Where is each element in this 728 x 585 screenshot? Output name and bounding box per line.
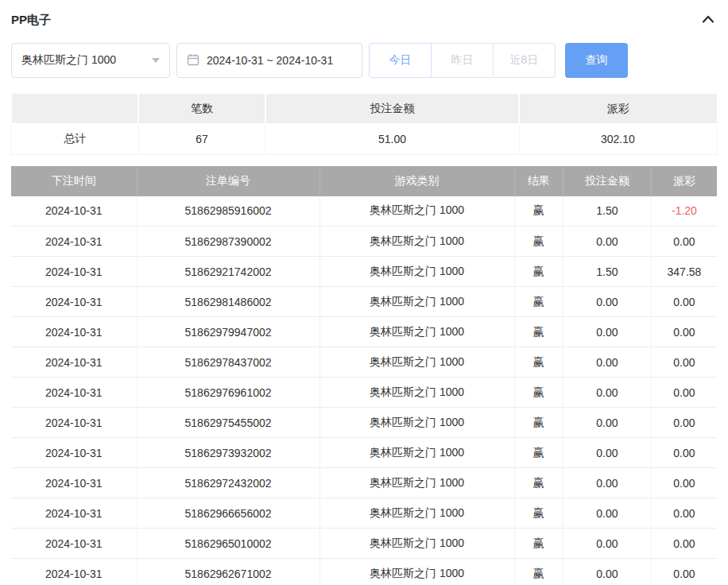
- detail-header-result: 结果: [514, 166, 563, 196]
- cell-order-no: 51862987390002: [137, 227, 319, 257]
- cell-bet-amount: 0.00: [563, 438, 651, 468]
- cell-bet-time: 2024-10-31: [11, 468, 137, 498]
- cell-bet-amount: 0.00: [563, 408, 651, 438]
- detail-header-payout: 派彩: [651, 166, 717, 196]
- cell-result: 赢: [514, 257, 563, 287]
- detail-table-body: 2024-10-31 51862985916002 奥林匹斯之门 1000 赢 …: [11, 196, 717, 585]
- cell-payout: 347.58: [651, 257, 717, 287]
- cell-result: 赢: [514, 347, 563, 378]
- quick-btn-yesterday[interactable]: 昨日: [431, 43, 494, 78]
- cell-result: 赢: [514, 529, 563, 559]
- cell-bet-time: 2024-10-31: [11, 317, 137, 347]
- detail-header-bet-time: 下注时间: [11, 166, 137, 196]
- cell-order-no: 51862978437002: [137, 347, 319, 378]
- summary-header-empty: [12, 94, 139, 124]
- query-button[interactable]: 查询: [565, 43, 628, 78]
- cell-payout: 0.00: [651, 468, 717, 498]
- cell-game-category: 奥林匹斯之门 1000: [319, 468, 514, 498]
- table-row: 2024-10-31 51862987390002 奥林匹斯之门 1000 赢 …: [11, 227, 717, 257]
- table-row: 2024-10-31 51862985916002 奥林匹斯之门 1000 赢 …: [11, 196, 717, 227]
- detail-table: 下注时间 注单编号 游戏类别 结果 投注金额 派彩 2024-10-31 518…: [11, 166, 717, 585]
- cell-result: 赢: [514, 227, 563, 257]
- summary-header-payout: 派彩: [519, 94, 716, 124]
- cell-bet-time: 2024-10-31: [11, 378, 137, 408]
- cell-payout: 0.00: [651, 227, 717, 257]
- cell-bet-amount: 1.50: [563, 257, 651, 287]
- calendar-icon: [187, 53, 199, 68]
- cell-game-category: 奥林匹斯之门 1000: [319, 317, 514, 347]
- cell-game-category: 奥林匹斯之门 1000: [319, 347, 514, 378]
- filter-bar: 奥林匹斯之门 1000 2024-10-31 ~ 2024-10-31 今日 昨…: [11, 43, 717, 78]
- cell-bet-time: 2024-10-31: [11, 227, 137, 257]
- cell-bet-time: 2024-10-31: [11, 408, 137, 438]
- cell-game-category: 奥林匹斯之门 1000: [319, 408, 514, 438]
- summary-total-label: 总计: [12, 124, 139, 154]
- cell-bet-amount: 0.00: [563, 317, 651, 347]
- cell-result: 赢: [514, 196, 563, 227]
- cell-game-category: 奥林匹斯之门 1000: [319, 257, 514, 287]
- table-row: 2024-10-31 51862972432002 奥林匹斯之门 1000 赢 …: [11, 468, 717, 498]
- cell-bet-amount: 0.00: [563, 378, 651, 408]
- summary-total-count: 67: [138, 124, 265, 154]
- cell-bet-time: 2024-10-31: [11, 196, 137, 227]
- detail-header-row: 下注时间 注单编号 游戏类别 结果 投注金额 派彩: [11, 166, 717, 196]
- cell-payout: 0.00: [651, 438, 717, 468]
- collapse-button[interactable]: [699, 12, 717, 29]
- cell-bet-time: 2024-10-31: [11, 257, 137, 287]
- detail-header-bet-amount: 投注金额: [563, 166, 651, 196]
- cell-order-no: 51862979947002: [137, 317, 319, 347]
- table-row: 2024-10-31 51862981486002 奥林匹斯之门 1000 赢 …: [11, 287, 717, 317]
- cell-payout: 0.00: [651, 287, 717, 317]
- cell-bet-time: 2024-10-31: [11, 347, 137, 378]
- date-range-value: 2024-10-31 ~ 2024-10-31: [207, 54, 333, 67]
- cell-payout: 0.00: [651, 347, 717, 378]
- cell-result: 赢: [514, 317, 563, 347]
- cell-payout: 0.00: [651, 408, 717, 438]
- cell-bet-amount: 0.00: [563, 559, 651, 585]
- table-row: 2024-10-31 51862965010002 奥林匹斯之门 1000 赢 …: [11, 529, 717, 559]
- cell-bet-amount: 0.00: [563, 287, 651, 317]
- date-range-picker[interactable]: 2024-10-31 ~ 2024-10-31: [176, 43, 362, 78]
- table-row: 2024-10-31 51862973932002 奥林匹斯之门 1000 赢 …: [11, 438, 717, 468]
- report-panel: PP电子 奥林匹斯之门 1000 2024-10-31 ~: [0, 0, 728, 585]
- game-select[interactable]: 奥林匹斯之门 1000: [11, 43, 170, 78]
- cell-payout: 0.00: [651, 378, 717, 408]
- summary-total-payout: 302.10: [519, 124, 716, 154]
- cell-order-no: 51862962671002: [137, 559, 319, 585]
- cell-order-no: 51862975455002: [137, 408, 319, 438]
- cell-bet-time: 2024-10-31: [11, 498, 137, 529]
- cell-result: 赢: [514, 378, 563, 408]
- cell-result: 赢: [514, 287, 563, 317]
- cell-result: 赢: [514, 498, 563, 529]
- quick-btn-today[interactable]: 今日: [369, 43, 432, 78]
- summary-total-bet-amount: 51.00: [265, 124, 519, 154]
- cell-result: 赢: [514, 438, 563, 468]
- table-row: 2024-10-31 51862975455002 奥林匹斯之门 1000 赢 …: [11, 408, 717, 438]
- cell-game-category: 奥林匹斯之门 1000: [319, 196, 514, 227]
- cell-bet-amount: 0.00: [563, 227, 651, 257]
- cell-bet-amount: 0.00: [563, 498, 651, 529]
- page-title: PP电子: [11, 13, 51, 28]
- table-row: 2024-10-31 51862979947002 奥林匹斯之门 1000 赢 …: [11, 317, 717, 347]
- cell-result: 赢: [514, 559, 563, 585]
- cell-payout: 0.00: [651, 498, 717, 529]
- cell-bet-amount: 0.00: [563, 347, 651, 378]
- cell-result: 赢: [514, 468, 563, 498]
- game-select-value: 奥林匹斯之门 1000: [21, 53, 116, 68]
- table-row: 2024-10-31 51862962671002 奥林匹斯之门 1000 赢 …: [11, 559, 717, 585]
- summary-total-row: 总计 67 51.00 302.10: [12, 124, 717, 154]
- cell-order-no: 51862972432002: [137, 468, 319, 498]
- quick-range-group: 今日 昨日 近8日: [369, 43, 556, 78]
- cell-bet-time: 2024-10-31: [11, 529, 137, 559]
- cell-bet-time: 2024-10-31: [11, 287, 137, 317]
- summary-header-bet-amount: 投注金额: [265, 94, 519, 124]
- detail-table-wrap: 下注时间 注单编号 游戏类别 结果 投注金额 派彩 2024-10-31 518…: [11, 166, 717, 585]
- table-row: 2024-10-31 51862976961002 奥林匹斯之门 1000 赢 …: [11, 378, 717, 408]
- cell-order-no: 51862965010002: [137, 529, 319, 559]
- cell-payout: 0.00: [651, 559, 717, 585]
- cell-payout: 0.00: [651, 529, 717, 559]
- cell-payout: -1.20: [651, 196, 717, 227]
- quick-btn-last8days[interactable]: 近8日: [493, 43, 556, 78]
- cell-payout: 0.00: [651, 317, 717, 347]
- cell-order-no: 51862973932002: [137, 438, 319, 468]
